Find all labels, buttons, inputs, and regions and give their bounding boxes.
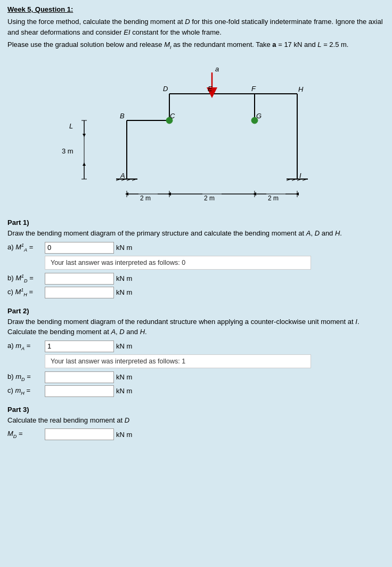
structural-diagram: a D E F B C G H A I L 3 m — [42, 56, 350, 211]
part2-answer-a-row: a) mA = kN m — [7, 341, 385, 352]
label-F: F — [251, 85, 256, 93]
dim2-label: 2 m — [204, 195, 215, 202]
part2-answer-b-input[interactable] — [45, 371, 114, 383]
part2-description: Draw the bending moment diagram of the r… — [7, 317, 385, 337]
part2-answer-c-label: c) mH = — [7, 386, 45, 396]
part3-answer-unit: kN m — [116, 431, 132, 439]
dim1-label: 2 m — [140, 195, 151, 202]
part2-answer-a-label: a) mA = — [7, 342, 45, 351]
label-a: a — [215, 65, 219, 73]
part1-answer-a-label: a) M1A = — [7, 242, 45, 253]
part2-answer-c-input[interactable] — [45, 385, 114, 397]
part1-description: Draw the bending moment diagram of the p… — [7, 228, 385, 239]
label-C: C — [170, 112, 175, 120]
label-H: H — [298, 85, 304, 93]
label-L: L — [69, 122, 73, 130]
part2-answer-a-unit: kN m — [116, 342, 132, 350]
part1-answer-a-input[interactable] — [45, 242, 114, 254]
dim3-label: 2 m — [268, 195, 279, 202]
problem-line1: Using the force method, calculate the be… — [7, 17, 385, 37]
part1-answer-b-row: b) M1D = kN m — [7, 273, 385, 285]
part2-answer-b-row: b) mD = kN m — [7, 371, 385, 383]
part1-feedback-a: Your last answer was interpreted as foll… — [45, 256, 311, 270]
part1-header: Part 1) — [7, 218, 385, 226]
part1-answer-b-label: b) M1D = — [7, 273, 45, 284]
part1-answer-c-input[interactable] — [45, 287, 114, 298]
part1-answer-a-row: a) M1A = kN m — [7, 242, 385, 254]
label-height: 3 m — [62, 147, 74, 155]
part3-answer-row: MD = kN m — [7, 428, 385, 440]
part1-answer-c-label: c) M1H = — [7, 287, 45, 297]
label-E: E — [208, 85, 213, 93]
label-B: B — [120, 112, 125, 120]
part1-answer-b-input[interactable] — [45, 273, 114, 285]
part2-answer-b-unit: kN m — [116, 373, 132, 381]
part3-header: Part 3) — [7, 406, 385, 414]
part3-description: Calculate the real bending moment at D — [7, 415, 385, 426]
part1-answer-a-unit: kN m — [116, 244, 132, 252]
problem-line2: Please use the gradual solution below an… — [7, 39, 385, 51]
label-I: I — [299, 172, 301, 180]
part2-feedback-a: Your last answer was interpreted as foll… — [45, 354, 311, 368]
label-A: A — [120, 172, 125, 180]
part1-answer-c-unit: kN m — [116, 288, 132, 296]
part1-answer-b-unit: kN m — [116, 274, 132, 282]
part3-answer-label: MD = — [7, 430, 45, 439]
page-title: Week 5, Question 1: — [7, 5, 385, 13]
part2-answer-a-input[interactable] — [45, 341, 114, 352]
part1-answer-c-row: c) M1H = kN m — [7, 287, 385, 298]
part3-answer-input[interactable] — [45, 428, 114, 440]
label-D: D — [163, 85, 168, 93]
part2-answer-c-row: c) mH = kN m — [7, 385, 385, 397]
part2-answer-c-unit: kN m — [116, 387, 132, 395]
label-G: G — [256, 112, 262, 120]
part2-header: Part 2) — [7, 307, 385, 315]
part2-answer-b-label: b) mD = — [7, 372, 45, 382]
